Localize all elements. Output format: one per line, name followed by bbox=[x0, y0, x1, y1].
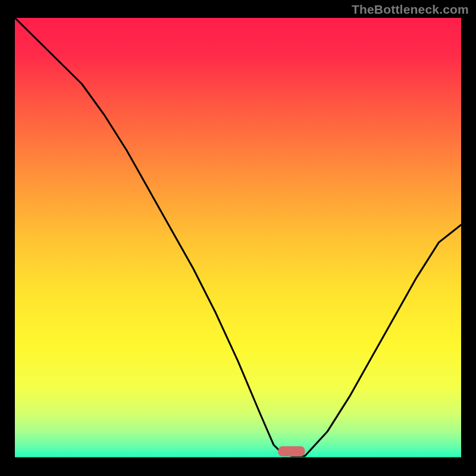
bottleneck-chart bbox=[0, 0, 476, 476]
chart-frame: TheBottleneck.com bbox=[0, 0, 476, 476]
optimal-point-marker bbox=[278, 446, 305, 456]
